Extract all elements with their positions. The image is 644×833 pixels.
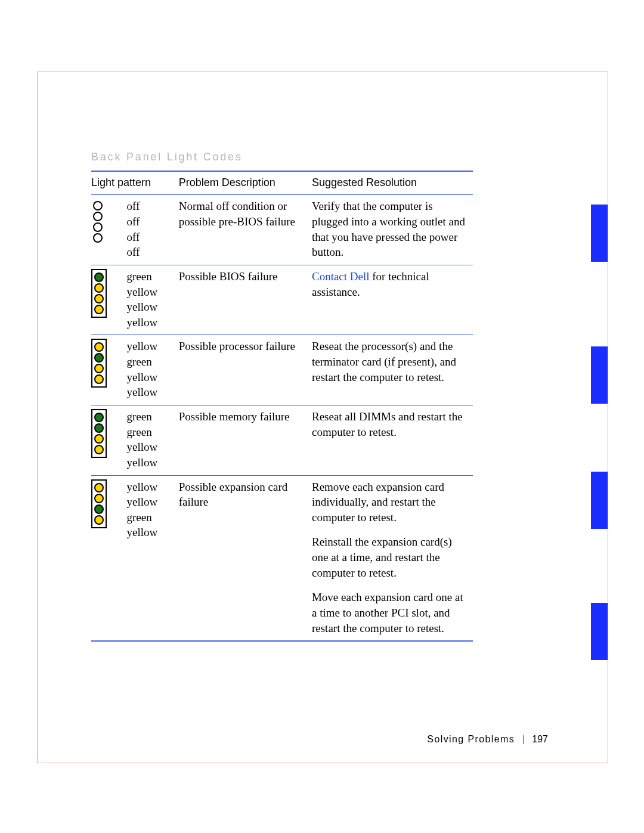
resolution-cell: Reseat the processor(s) and the terminat… [312,335,473,405]
light-label: green [127,269,175,284]
section-title: Back Panel Light Codes [91,151,473,163]
contact-dell-link[interactable]: Contact Dell [312,270,370,283]
light-pattern-cell [91,265,127,335]
yellow-led-icon [94,483,104,493]
light-label: yellow [127,479,175,495]
side-tab [591,472,608,529]
yellow-led-icon [94,434,104,444]
light-label: off [127,214,175,230]
content-area: Back Panel Light Codes Light pattern Pro… [91,151,473,642]
light-label: off [127,244,175,260]
light-label: yellow [127,525,175,540]
resolution-cell: Verify that the computer is plugged into… [312,195,473,265]
light-label: off [127,199,175,214]
light-label: yellow [127,494,175,510]
light-label-cell: offoffoffoff [127,195,179,265]
led-box-icon [91,269,107,318]
yellow-led-icon [94,305,104,314]
light-label: yellow [127,284,175,300]
off-led-icon [93,222,103,232]
resolution-text: Move each expansion card one at a time t… [312,590,469,636]
footer-section-label: Solving Problems [427,734,515,744]
light-label: green [127,409,175,425]
resolution-text: Reinstall the expansion card(s) one at a… [312,534,469,580]
led-box-icon [91,199,104,245]
th-pattern: Light pattern [91,171,179,195]
footer-page-number: 197 [532,734,548,744]
light-label: yellow [127,385,175,400]
light-codes-table: Light pattern Problem Description Sugges… [91,171,473,642]
side-tab [591,346,608,404]
problem-description-cell: Possible processor failure [179,335,312,405]
side-tab [591,603,608,660]
light-label: green [127,425,175,440]
footer-separator: | [522,734,525,744]
problem-description-cell: Possible expansion card failure [179,475,312,641]
light-label: yellow [127,299,175,315]
light-label: yellow [127,315,175,330]
light-pattern-cell [91,195,127,265]
off-led-icon [93,212,103,221]
th-resolution: Suggested Resolution [312,171,473,195]
yellow-led-icon [94,515,104,525]
resolution-text: Remove each expansion card individually,… [312,479,469,525]
table-row: yellowyellowgreenyellowPossible expansio… [91,475,473,641]
light-label: yellow [127,370,175,385]
side-tab [591,205,608,262]
off-led-icon [93,233,103,243]
light-label: yellow [127,455,175,470]
th-description: Problem Description [179,171,312,195]
yellow-led-icon [94,342,104,352]
light-label-cell: greengreenyellowyellow [127,405,179,475]
green-led-icon [94,504,104,514]
problem-description-cell: Possible BIOS failure [179,265,312,335]
yellow-led-icon [94,364,104,373]
led-box-icon [91,409,107,458]
light-label-cell: yellowyellowgreenyellow [127,475,179,641]
light-pattern-cell [91,335,127,405]
page-footer: Solving Problems | 197 [427,734,548,745]
light-label: green [127,354,175,370]
green-led-icon [94,413,104,422]
table-row: greengreenyellowyellowPossible memory fa… [91,405,473,475]
yellow-led-icon [94,374,104,384]
off-led-icon [93,201,103,210]
resolution-cell: Contact Dell for technical assistance. [312,265,473,335]
light-label: yellow [127,439,175,455]
green-led-icon [94,423,104,433]
resolution-cell: Reseat all DIMMs and restart the compute… [312,405,473,475]
problem-description-cell: Possible memory failure [179,405,312,475]
led-box-icon [91,479,107,528]
problem-description-cell: Normal off condition or possible pre-BIO… [179,195,312,265]
page-frame: Back Panel Light Codes Light pattern Pro… [37,72,608,763]
light-label: yellow [127,339,175,354]
resolution-cell: Remove each expansion card individually,… [312,475,473,641]
led-box-icon [91,339,107,388]
light-label: off [127,230,175,245]
yellow-led-icon [94,283,104,293]
table-row: greenyellowyellowyellowPossible BIOS fai… [91,265,473,335]
yellow-led-icon [94,294,104,304]
green-led-icon [94,353,104,363]
light-label-cell: greenyellowyellowyellow [127,265,179,335]
yellow-led-icon [94,445,104,454]
table-row: yellowgreenyellowyellowPossible processo… [91,335,473,405]
yellow-led-icon [94,494,104,503]
green-led-icon [94,272,104,282]
table-row: offoffoffoffNormal off condition or poss… [91,195,473,265]
light-label-cell: yellowgreenyellowyellow [127,335,179,405]
light-label: green [127,510,175,525]
light-pattern-cell [91,405,127,475]
light-pattern-cell [91,475,127,641]
